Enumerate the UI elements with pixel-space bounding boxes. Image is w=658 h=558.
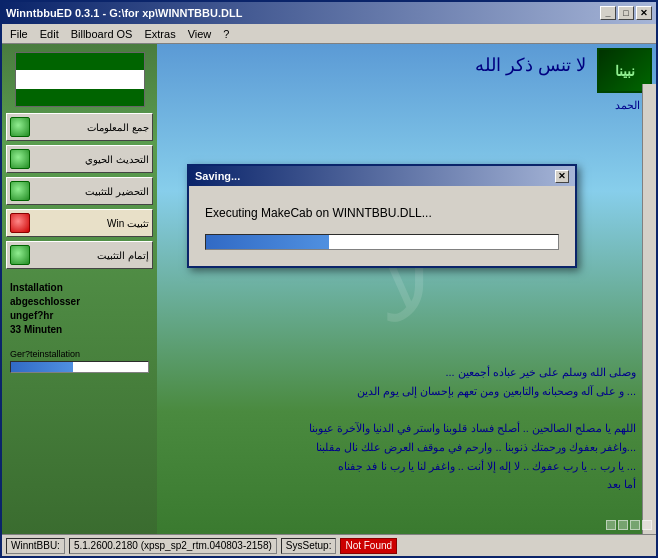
gather-info-label: جمع المعلومات xyxy=(34,122,149,133)
arabic-line-6: أما بعد xyxy=(167,475,636,494)
sidebar-progress-bar xyxy=(10,361,149,373)
finalize-icon xyxy=(10,245,30,265)
close-button[interactable]: ✕ xyxy=(636,6,652,20)
saving-dialog: Saving... ✕ Executing MakeCab on WINNTBB… xyxy=(187,164,577,268)
prepare-icon xyxy=(10,181,30,201)
status-winntbbu-label: WinntBBU: xyxy=(6,538,65,554)
sidebar: جمع المعلومات التحديث الحيوي التحضير للت… xyxy=(2,44,157,534)
arabic-line-3: اللهم يا مصلح الصالحين .. أصلح فساد قلوب… xyxy=(167,419,636,438)
sidebar-btn-gather-info[interactable]: جمع المعلومات xyxy=(6,113,153,141)
update-icon xyxy=(10,149,30,169)
flag-area xyxy=(15,52,145,107)
dialog-close-button[interactable]: ✕ xyxy=(555,170,569,183)
arabic-content: وصلى الله وسلم على خير عباده أجمعين ... … xyxy=(167,363,636,494)
gather-info-icon xyxy=(10,117,30,137)
progress-section: Ger?teinstallation xyxy=(6,347,153,375)
menu-edit[interactable]: Edit xyxy=(34,26,65,42)
corner-sq-3 xyxy=(630,520,640,530)
dialog-title: Saving... xyxy=(195,170,555,182)
corner-sq-4 xyxy=(642,520,652,530)
install-line4: 33 Minuten xyxy=(10,323,149,337)
logo-text: نبينا xyxy=(615,63,635,79)
sidebar-progress-fill xyxy=(11,362,73,372)
progress-label: Ger?teinstallation xyxy=(10,349,149,359)
right-scrollbar-strip xyxy=(642,84,656,534)
arabic-line-0: وصلى الله وسلم على خير عباده أجمعين ... xyxy=(167,363,636,382)
dialog-message: Executing MakeCab on WINNTBBU.DLL... xyxy=(205,206,559,220)
update-label: التحديث الحيوي xyxy=(34,154,149,165)
menu-view[interactable]: View xyxy=(182,26,218,42)
title-bar-buttons: _ □ ✕ xyxy=(600,6,652,20)
sidebar-btn-finalize[interactable]: إتمام التثبيت xyxy=(6,241,153,269)
dialog-progress-fill xyxy=(206,235,329,249)
sidebar-btn-update[interactable]: التحديث الحيوي xyxy=(6,145,153,173)
minimize-button[interactable]: _ xyxy=(600,6,616,20)
status-syssetup-label: SysSetup: xyxy=(281,538,337,554)
menu-help[interactable]: ? xyxy=(217,26,235,42)
install-win-label: تثبيت Win xyxy=(34,218,149,229)
main-content: جمع المعلومات التحديث الحيوي التحضير للت… xyxy=(2,44,656,534)
menu-billboard-os[interactable]: Billboard OS xyxy=(65,26,139,42)
window-title: WinntbbuED 0.3.1 - G:\for xp\WINNTBBU.DL… xyxy=(6,7,600,19)
status-syssetup-value: Not Found xyxy=(340,538,397,554)
status-bar: WinntBBU: 5.1.2600.2180 (xpsp_sp2_rtm.04… xyxy=(2,534,656,556)
corner-sq-1 xyxy=(606,520,616,530)
install-info: Installation abgeschlosser ungef?hr 33 M… xyxy=(6,277,153,341)
install-line3: ungef?hr xyxy=(10,309,149,323)
arabic-line-1: ... و على آله وصحبانه والتابعين ومن تعهم… xyxy=(167,382,636,401)
menu-extras[interactable]: Extras xyxy=(138,26,181,42)
main-window: WinntbbuED 0.3.1 - G:\for xp\WINNTBBU.DL… xyxy=(0,0,658,558)
install-line2: abgeschlosser xyxy=(10,295,149,309)
dialog-title-bar: Saving... ✕ xyxy=(189,166,575,186)
status-winntbbu-value: 5.1.2600.2180 (xpsp_sp2_rtm.040803-2158) xyxy=(69,538,277,554)
dialog-body: Executing MakeCab on WINNTBBU.DLL... xyxy=(189,186,575,266)
arabic-heading: لا تنس ذكر الله xyxy=(475,54,586,76)
arabic-line-5: ... يا رب .. يا رب عفوك .. لا إله إلا أن… xyxy=(167,457,636,476)
al-hamd-text: الحمد xyxy=(615,99,640,112)
finalize-label: إتمام التثبيت xyxy=(34,250,149,261)
arabic-line-4: ...واغفر بعفوك ورحمتك ذنوبنا .. وارحم في… xyxy=(167,438,636,457)
maximize-button[interactable]: □ xyxy=(618,6,634,20)
prepare-label: التحضير للتثبيت xyxy=(34,186,149,197)
install-line1: Installation xyxy=(10,281,149,295)
menu-file[interactable]: File xyxy=(4,26,34,42)
sidebar-btn-prepare[interactable]: التحضير للتثبيت xyxy=(6,177,153,205)
install-win-icon xyxy=(10,213,30,233)
desktop-area: لا نبينا لا تنس ذكر الله الحمد وصلى الله… xyxy=(157,44,656,534)
corner-sq-2 xyxy=(618,520,628,530)
sidebar-btn-install-win[interactable]: تثبيت Win xyxy=(6,209,153,237)
title-bar: WinntbbuED 0.3.1 - G:\for xp\WINNTBBU.DL… xyxy=(2,2,656,24)
menu-bar: File Edit Billboard OS Extras View ? xyxy=(2,24,656,44)
dialog-progress-bar xyxy=(205,234,559,250)
corner-squares xyxy=(606,520,652,530)
